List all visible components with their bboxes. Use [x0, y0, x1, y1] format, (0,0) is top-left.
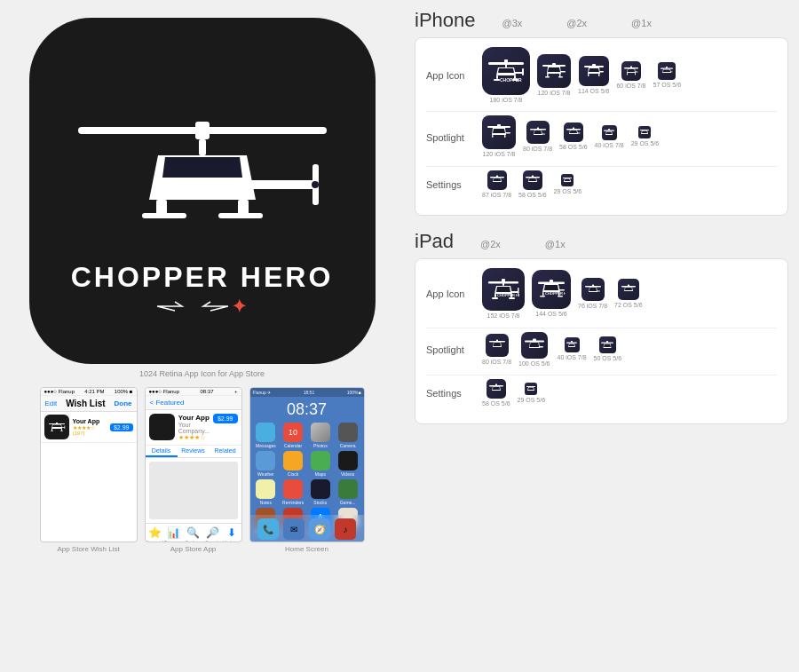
hs-stocks-icon [311, 479, 330, 499]
as-back-button[interactable]: < Featured [150, 399, 185, 407]
as-search-label: Search [205, 540, 219, 542]
iphone-icon-114: 114 OS 5/6 [578, 56, 609, 95]
list-item[interactable]: Stocks [308, 479, 333, 505]
as-carrier: ●●●○ Flanup [149, 389, 180, 394]
svg-point-5 [312, 181, 319, 188]
wishlist-mockup-container: ●●●○ Flanup 4:21 PM 100% ■ Edit Wish Lis… [40, 387, 138, 553]
app-name-text: CHOPPER HERO [71, 262, 334, 293]
list-item[interactable]: Weather [254, 451, 279, 477]
svg-rect-21 [514, 72, 523, 74]
wl-battery: 100% ■ [115, 389, 133, 394]
list-item[interactable]: Notes [254, 479, 279, 505]
iphone-set-87: 87 iOS 7/8 [482, 170, 511, 199]
iphone-spot-120: 120 iOS 7/8 [482, 115, 516, 158]
wl-item-rating: ★★★★☆ (197) [73, 424, 107, 436]
iphone-settings-label: Settings [426, 179, 475, 190]
hs-dock-mail[interactable]: ✉ [283, 518, 305, 540]
wl-done-button[interactable]: Done [115, 399, 132, 407]
svg-text:CHOPPER: CHOPPER [500, 77, 522, 83]
list-item[interactable]: Messages [254, 423, 279, 448]
list-item[interactable]: Maps [308, 451, 333, 477]
list-item[interactable]: Photos [308, 423, 333, 448]
svg-rect-43 [627, 73, 628, 75]
hs-dock: 📞 ✉ 🧭 ♪ [250, 515, 364, 542]
svg-rect-83 [558, 296, 563, 297]
iphone-spot-29: 29 OS 5/6 [631, 126, 660, 147]
wishlist-screen: ●●●○ Flanup 4:21 PM 100% ■ Edit Wish Lis… [40, 387, 138, 542]
as-topcharts-icon: 📊 [167, 526, 180, 539]
wl-item-info: Your App ★★★★☆ (197) [73, 418, 107, 436]
list-item[interactable]: Game... [336, 479, 360, 505]
iphone-header: iPhone @3x @2x @1x [415, 9, 788, 32]
hs-dock-safari[interactable]: 🧭 [309, 518, 330, 540]
iphone-res-labels: @3x @2x @1x [502, 18, 652, 28]
svg-rect-22 [522, 68, 524, 75]
svg-rect-19 [504, 59, 508, 64]
list-item[interactable]: Reminders [281, 479, 305, 505]
iphone-appicon-row: App Icon [426, 47, 777, 104]
as-nav-topcharts[interactable]: 📊 Top Charts [164, 526, 184, 542]
wishlist-label: App Store Wish List [57, 545, 119, 553]
list-item[interactable]: Videos [336, 451, 360, 477]
ipad-spot-40: 40 iOS 7/8 [558, 337, 587, 361]
svg-rect-54 [537, 127, 539, 129]
ipad-set-29: 29 OS 5/6 [518, 383, 546, 404]
svg-rect-55 [542, 133, 545, 134]
as-nav-explore[interactable]: 🔍 Explore [184, 526, 203, 542]
svg-rect-80 [542, 292, 544, 296]
ipad-set-58: 58 OS 5/6 [482, 379, 510, 407]
as-nav-updates[interactable]: ⬇ Updates [222, 526, 241, 542]
wl-item-name: Your App [73, 418, 107, 424]
left-panel: CHOPPER HERO ✦ 1024 Retina App Icon for … [0, 0, 404, 672]
wl-list-item: Your App ★★★★☆ (197) $2.99 [41, 412, 137, 443]
wl-edit-button[interactable]: Edit [45, 399, 58, 407]
hs-carrier: Flanup ✈ [253, 390, 272, 395]
homescreen-screen: Flanup ✈ 18:51 100%■ 08:37 Messages 10Ca… [249, 387, 365, 542]
svg-rect-38 [588, 74, 589, 76]
ipad-spotlight-label: Spotlight [426, 344, 475, 355]
as-tab-details[interactable]: Details [146, 446, 178, 457]
svg-rect-39 [598, 74, 600, 76]
as-detail-area: Your App Your Company... ★★★★☆ $2.99 [146, 410, 241, 446]
iphone-icon-57: 57 OS 5/6 [653, 62, 682, 89]
wl-app-icon [44, 415, 69, 439]
as-app-icon [149, 414, 175, 440]
iphone-spotlight-label: Spotlight [426, 132, 475, 143]
icon-caption: 1024 Retina App Icon for App Store [139, 369, 265, 378]
as-featured-label: Featured [146, 540, 163, 542]
ipad-res-labels: @2x @1x [480, 239, 566, 249]
svg-rect-46 [666, 67, 668, 68]
as-price-btn[interactable]: $2.99 [213, 414, 238, 423]
ipad-spotlight-icons: 80 iOS 7/8 100 OS 5/6 40 iOS 7/8 [482, 332, 777, 368]
appstore-label: App Store App [170, 545, 217, 553]
as-tab-reviews[interactable]: Reviews [178, 446, 210, 457]
hs-statusbar: Flanup ✈ 18:51 100%■ [250, 388, 364, 397]
homescreen-mockup-container: Flanup ✈ 18:51 100%■ 08:37 Messages 10Ca… [249, 387, 365, 553]
hs-dock-music[interactable]: ♪ [335, 518, 356, 540]
as-app-name: Your App [178, 414, 210, 422]
iphone-spot-58: 58 OS 5/6 [559, 123, 588, 151]
hs-notes-icon [256, 479, 275, 499]
as-bottom-nav: ⭐ Featured 📊 Top Charts 🔍 Explore 🔎 Sear… [146, 523, 241, 542]
iphone-res-2x: @2x [566, 18, 587, 28]
list-item[interactable]: Camera [336, 423, 360, 448]
as-nav-search[interactable]: 🔎 Search [202, 526, 222, 542]
divider-4 [426, 375, 777, 376]
iphone-icon-114-label: 114 OS 5/6 [578, 88, 609, 95]
ipad-header: iPad @2x @1x [415, 230, 788, 253]
as-tab-related[interactable]: Related [210, 446, 241, 457]
hs-dock-phone[interactable]: 📞 [257, 518, 279, 540]
svg-rect-61 [640, 130, 649, 130]
right-panel: iPhone @3x @2x @1x App Icon [404, 0, 799, 672]
svg-rect-36 [592, 64, 596, 67]
hs-time-top: 18:51 [304, 390, 315, 395]
list-item[interactable]: 10Calendar [281, 423, 305, 448]
svg-rect-68 [502, 279, 505, 282]
wl-price[interactable]: $2.99 [110, 423, 133, 431]
as-app-info: Your App Your Company... ★★★★☆ [178, 414, 210, 441]
as-nav-featured[interactable]: ⭐ Featured [146, 526, 165, 542]
wl-title: Wish List [57, 399, 114, 408]
list-item[interactable]: Clock [281, 451, 305, 477]
svg-rect-14 [51, 429, 52, 431]
divider-2 [426, 166, 777, 167]
